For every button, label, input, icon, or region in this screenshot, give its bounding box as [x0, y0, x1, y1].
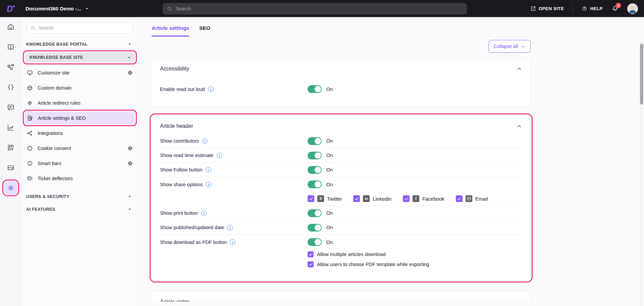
tab-seo[interactable]: SEO: [199, 25, 210, 37]
group-users-security[interactable]: USERS & SECURITY: [21, 192, 138, 201]
globe-icon: [127, 145, 133, 151]
info-icon[interactable]: i: [230, 239, 235, 245]
check-icon: [404, 197, 409, 201]
toggle-switch[interactable]: [308, 209, 322, 217]
sidebar-item-label: Article redirect rules: [38, 100, 80, 106]
toggle-switch[interactable]: [308, 166, 322, 174]
scrollbar-track[interactable]: [640, 44, 643, 306]
sidebar-item-label: Integrations: [38, 131, 63, 136]
pdf-option-label: Allow multiple articles download: [317, 252, 386, 257]
project-selector[interactable]: Document360 Demo -...: [25, 6, 89, 11]
setting-row: Enable read out loud i On: [160, 82, 522, 96]
toggle-switch[interactable]: [308, 238, 322, 246]
share-option-email[interactable]: Email: [456, 195, 488, 202]
user-avatar[interactable]: [627, 3, 638, 14]
toggle-state-label: On: [326, 240, 333, 245]
card-title: Article header: [160, 123, 193, 129]
info-icon[interactable]: i: [202, 138, 208, 144]
domain-globe-icon: [26, 85, 33, 91]
sidebar-item-integrations[interactable]: Integrations: [21, 125, 138, 141]
group-label: KNOWLEDGE BASE PORTAL: [26, 42, 88, 47]
collapse-all-button[interactable]: Collapse all: [489, 40, 531, 53]
facebook-icon: f: [413, 195, 419, 202]
settings-sidebar: Search KNOWLEDGE BASE PORTAL KNOWLEDGE B…: [21, 17, 139, 306]
checkbox-checked[interactable]: [308, 195, 314, 202]
rail-settings[interactable]: [7, 184, 15, 192]
group-knowledge-base-portal[interactable]: KNOWLEDGE BASE PORTAL: [21, 40, 138, 49]
info-icon[interactable]: i: [217, 153, 222, 158]
chevron-up-icon: [521, 44, 526, 49]
rail-feedback[interactable]: [7, 103, 15, 111]
sidebar-item-smart-bars[interactable]: Smart bars: [21, 156, 138, 171]
rail-home[interactable]: [7, 23, 15, 31]
checkbox-checked[interactable]: [353, 195, 360, 202]
sidebar-item-customize-site[interactable]: Customize site: [21, 65, 138, 80]
global-search-input[interactable]: Search: [163, 3, 467, 14]
toggle-switch[interactable]: [308, 152, 322, 159]
document360-logo[interactable]: D: [0, 4, 21, 14]
share-label: Facebook: [422, 196, 444, 202]
rail-categories[interactable]: [7, 63, 15, 71]
search-icon: [167, 6, 172, 12]
main-content: Article settings SEO Collapse all Access…: [139, 17, 644, 306]
pdf-option-row[interactable]: Allow multiple articles download: [308, 249, 522, 259]
sidebar-item-label: Article settings & SEO: [38, 115, 86, 121]
rail-widgets[interactable]: [7, 144, 15, 152]
rail-documentation[interactable]: [7, 43, 15, 51]
rail-drive[interactable]: [7, 164, 15, 172]
scrollbar-thumb[interactable]: [640, 44, 643, 105]
group-ai-features[interactable]: AI FEATURES: [21, 205, 138, 214]
rail-analytics[interactable]: [7, 123, 15, 132]
group-knowledge-base-site[interactable]: KNOWLEDGE BASE SITE: [25, 52, 135, 62]
setting-label: Show Follow button: [160, 167, 203, 172]
sidebar-item-label: Ticket deflectors: [38, 176, 73, 181]
toggle-switch[interactable]: [308, 181, 322, 188]
caret-down-icon: [85, 6, 89, 11]
share-option-facebook[interactable]: f Facebook: [403, 195, 444, 202]
sidebar-item-cookie-consent[interactable]: Cookie consent: [21, 141, 138, 156]
project-name: Document360 Demo -...: [25, 6, 81, 11]
setting-row: Show print button i On: [160, 206, 522, 220]
help-label: HELP: [590, 6, 603, 11]
globe-icon: [127, 160, 133, 166]
pdf-option-row[interactable]: Allow users to choose PDF template while…: [308, 259, 522, 269]
x-twitter-icon: X: [317, 195, 324, 202]
info-icon[interactable]: i: [206, 167, 211, 173]
ticket-deflector-icon: [26, 175, 33, 182]
info-icon[interactable]: i: [227, 225, 233, 231]
search-placeholder: Search: [175, 6, 191, 11]
api-braces-icon: [7, 83, 15, 91]
info-icon[interactable]: i: [201, 210, 207, 216]
notifications-button[interactable]: 3: [611, 5, 619, 12]
sidebar-search-placeholder: Search: [39, 25, 53, 31]
checkbox-checked[interactable]: [456, 195, 463, 202]
globe-icon: [127, 70, 133, 76]
setting-row: Show read time estimate i On: [160, 148, 522, 163]
sidebar-item-label: Custom domain: [38, 85, 72, 91]
info-icon[interactable]: i: [208, 86, 214, 92]
sidebar-item-ticket-deflectors[interactable]: Ticket deflectors: [21, 171, 138, 186]
toggle-switch[interactable]: [308, 137, 322, 145]
setting-row: Show contributors i On: [160, 134, 522, 148]
rail-api-docs[interactable]: [7, 83, 15, 91]
open-site-button[interactable]: OPEN SITE: [530, 6, 564, 11]
sidebar-item-article-redirect-rules[interactable]: Article redirect rules: [21, 95, 138, 110]
toggle-switch[interactable]: [308, 85, 322, 93]
help-button[interactable]: HELP: [582, 6, 603, 11]
setting-row: Show Follow button i On: [160, 163, 522, 177]
sidebar-item-article-settings-seo[interactable]: Article settings & SEO: [25, 112, 135, 124]
checkbox-checked[interactable]: [308, 251, 314, 257]
check-icon: [309, 252, 313, 257]
checkbox-checked[interactable]: [403, 195, 410, 202]
share-option-twitter[interactable]: X Twitter: [308, 195, 342, 202]
sidebar-item-custom-domain[interactable]: Custom domain: [21, 80, 138, 95]
share-option-linkedin[interactable]: in Linkedin: [353, 195, 391, 202]
sidebar-search-input[interactable]: Search: [26, 22, 133, 34]
info-icon[interactable]: i: [206, 182, 211, 187]
toggle-switch[interactable]: [308, 224, 322, 232]
linkedin-icon: in: [363, 195, 370, 202]
tab-article-settings[interactable]: Article settings: [152, 25, 189, 37]
checkbox-checked[interactable]: [308, 261, 314, 267]
chevron-up-icon[interactable]: [516, 66, 522, 72]
chevron-up-icon[interactable]: [516, 123, 522, 129]
